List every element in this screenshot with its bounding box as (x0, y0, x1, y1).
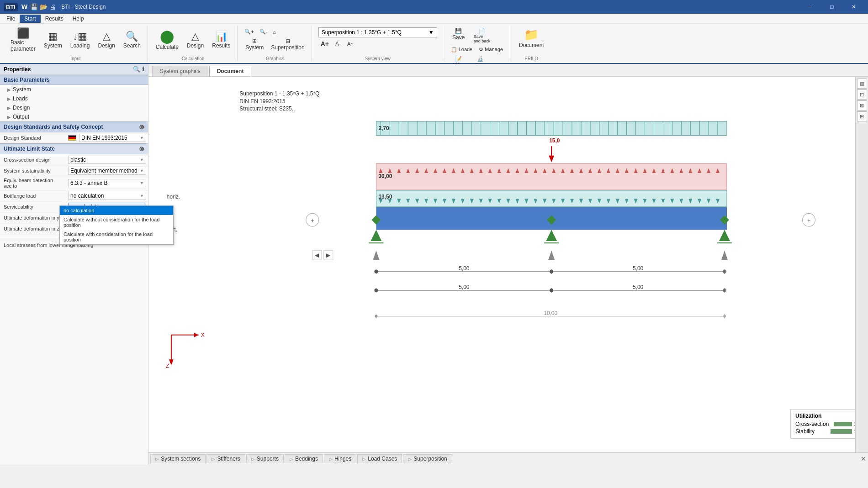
system-view-button[interactable]: ⊞ System (242, 37, 267, 52)
tab-system-sections[interactable]: ▷ System sections (150, 454, 206, 463)
design-standards-close[interactable]: ⊗ (139, 123, 144, 131)
maximize-button[interactable]: □ (821, 0, 842, 14)
botflange-text: no calculation (70, 193, 104, 199)
nav-arrow-right[interactable]: ▶ (324, 251, 333, 260)
document-icon: 📁 (524, 28, 539, 42)
svc-option-2[interactable]: Calculate with consideration for the loa… (60, 230, 148, 244)
old-codes-icon: 📝 (455, 56, 462, 62)
menu-help[interactable]: Help (68, 15, 89, 23)
structural-drawing: Superposition 1 - 1.35*G + 1.5*Q DIN EN … (148, 77, 868, 452)
menu-results[interactable]: Results (41, 15, 68, 23)
bottom-tabs-close[interactable]: ✕ (861, 455, 866, 462)
cross-section-design-select[interactable]: plastic ▼ (68, 156, 146, 164)
hinges-label: Hinges (334, 456, 351, 462)
system-tree-item[interactable]: ▶ System (0, 85, 148, 94)
superposition-dropdown[interactable]: Superposition 1 : 1.35*G + 1.5*Q ▼ (318, 27, 437, 37)
botflange-select[interactable]: no calculation ▼ (68, 192, 146, 200)
save-output-label: Save (452, 34, 465, 41)
graphics-group-label: Graphics (266, 54, 284, 61)
design-ribbon-button[interactable]: △ Design (95, 30, 118, 50)
svg-text:◀: ◀ (315, 252, 319, 258)
equiv-beam-select[interactable]: 6.3.3 - annex B ▼ (68, 179, 146, 187)
search-prop-icon[interactable]: 🔍 (133, 66, 140, 73)
zoom-out-button[interactable]: 🔍- (257, 28, 270, 36)
left-panel: Properties 🔍 ℹ Basic Parameters ▶ System… (0, 64, 148, 464)
menu-start[interactable]: Start (20, 15, 40, 23)
search-button[interactable]: 🔍 Search (120, 30, 144, 50)
uls-close[interactable]: ⊗ (139, 145, 144, 152)
basic-params-section: Basic Parameters (0, 75, 148, 85)
loads-tree-item[interactable]: ▶ Loads (0, 94, 148, 103)
manage-button[interactable]: ⚙ Manage (476, 46, 505, 53)
font-format-button[interactable]: A~ (345, 39, 356, 48)
hinges-icon: ▷ (329, 457, 333, 462)
right-tool-3[interactable]: ⊠ (857, 100, 867, 110)
tab-hinges[interactable]: ▷ Hinges (324, 454, 356, 463)
info-prop-icon[interactable]: ℹ (142, 66, 144, 73)
menu-file[interactable]: File (2, 15, 20, 23)
right-tool-4[interactable]: ⊞ (857, 111, 867, 121)
results-button[interactable]: 📊 Results (209, 30, 233, 50)
frilo-group-label: FRILO (525, 54, 538, 61)
right-tool-2[interactable]: ⊡ (857, 89, 867, 100)
design-calc-icon: △ (191, 31, 199, 42)
equiv-beam-row: Equiv. beam detection acc.to 6.3.3 - ann… (0, 176, 148, 190)
system-sustainability-select[interactable]: Equivalent member method ▼ (68, 167, 146, 175)
save-icon-title[interactable]: 💾 (30, 3, 38, 10)
save-back-button[interactable]: 📄 Saveand back (471, 26, 494, 45)
document-button[interactable]: 📁 Document (516, 26, 547, 50)
system-button[interactable]: ▦ System (41, 30, 65, 50)
system-sustainability-label: System sustainability (0, 167, 66, 175)
font-decrease-button[interactable]: A- (333, 39, 343, 48)
design-tree-item[interactable]: ▶ Design (0, 103, 148, 112)
tab-system-graphics[interactable]: System graphics (152, 66, 208, 76)
print-icon-title[interactable]: 🖨 (49, 3, 56, 10)
open-icon-title[interactable]: 📂 (40, 3, 48, 10)
properties-header: Properties 🔍 ℹ (0, 64, 148, 75)
basic-parameter-button[interactable]: ⬛ Basicparameter (7, 27, 39, 53)
tab-supports[interactable]: ▷ Supports (246, 454, 284, 463)
system-sustainability-row: System sustainability Equivalent member … (0, 165, 148, 176)
bottom-tabs: ▷ System sections ▷ Stiffeners ▷ Support… (148, 452, 868, 464)
bf-arrow: ▼ (140, 194, 144, 198)
save-output-icon: 💾 (455, 28, 462, 34)
add-btn-left[interactable]: + (306, 213, 319, 226)
canvas-area: Superposition 1 - 1.35*G + 1.5*Q DIN EN … (148, 77, 868, 452)
add-btn-right[interactable]: + (802, 213, 815, 226)
superposition-tab-icon: ▷ (408, 457, 412, 462)
nav-arrow-left[interactable]: ◀ (312, 251, 322, 260)
superposition-view-icon: ⊟ (286, 38, 290, 44)
results-icon: 📊 (215, 31, 228, 42)
tab-stiffeners[interactable]: ▷ Stiffeners (206, 454, 245, 463)
output-tree-item[interactable]: ▶ Output (0, 112, 148, 121)
right-support-arrow (721, 251, 728, 260)
botflange-value: no calculation ▼ (66, 191, 148, 201)
superposition-view-button[interactable]: ⊟ Superposition (268, 37, 307, 52)
load-button[interactable]: 📋 Load▾ (449, 46, 475, 53)
right-tool-1[interactable]: ▦ (857, 79, 867, 89)
svc-option-1[interactable]: Calculate without consideration for the … (60, 215, 148, 230)
save-output-button[interactable]: 💾 Save (449, 26, 469, 45)
tab-load-cases[interactable]: ▷ Load Cases (357, 454, 402, 463)
design-standard-select[interactable]: DIN EN 1993:2015 ▼ (79, 134, 146, 142)
top-teal-load-bar (376, 121, 727, 136)
superposition-view-label: Superposition (271, 44, 304, 51)
z-axis-arrow (169, 359, 174, 365)
germany-flag-icon (68, 135, 76, 141)
tab-beddings[interactable]: ▷ Beddings (285, 454, 323, 463)
svc-option-0[interactable]: no calculation (60, 206, 148, 215)
close-button[interactable]: ✕ (843, 0, 864, 14)
node-left (374, 270, 378, 273)
ss-arrow: ▼ (140, 168, 144, 173)
calculate-button[interactable]: ⬤ Calculate (153, 29, 182, 52)
fit-view-button[interactable]: ⌂ (270, 28, 278, 36)
design-calc-button[interactable]: △ Design (184, 30, 207, 50)
font-increase-button[interactable]: A+ (318, 39, 331, 48)
zoom-in-button[interactable]: 🔍+ (242, 28, 256, 36)
eb-arrow: ▼ (140, 181, 144, 185)
tab-document[interactable]: Document (209, 66, 252, 76)
utilization-title: Utilization (795, 413, 863, 419)
loading-button[interactable]: ↓▦ Loading (67, 30, 93, 50)
minimize-button[interactable]: ─ (799, 0, 820, 14)
tab-superposition[interactable]: ▷ Superposition (403, 454, 452, 463)
